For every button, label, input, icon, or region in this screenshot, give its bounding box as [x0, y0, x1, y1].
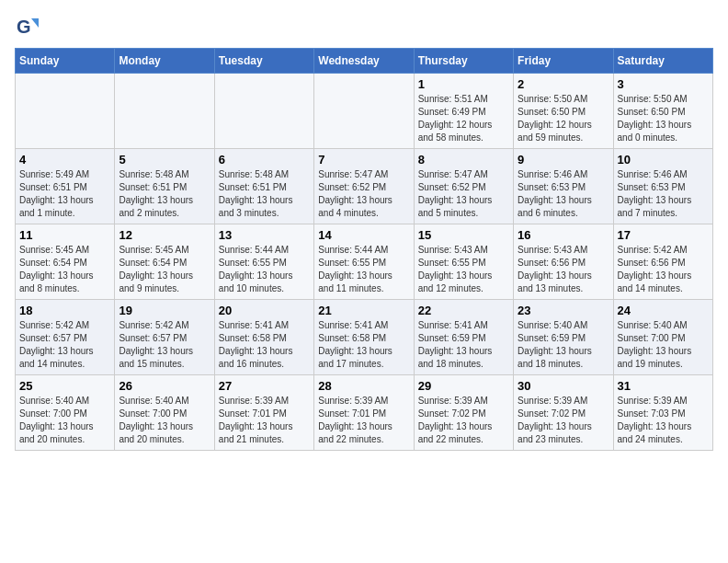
calendar-cell: 3Sunrise: 5:50 AM Sunset: 6:50 PM Daylig…	[613, 74, 712, 149]
weekday-header-sunday: Sunday	[16, 49, 115, 74]
day-number: 14	[318, 228, 409, 242]
day-info: Sunrise: 5:44 AM Sunset: 6:55 PM Dayligh…	[318, 244, 409, 295]
day-number: 24	[618, 304, 709, 317]
calendar-cell: 25Sunrise: 5:40 AM Sunset: 7:00 PM Dayli…	[16, 375, 115, 451]
day-info: Sunrise: 5:42 AM Sunset: 6:56 PM Dayligh…	[618, 244, 709, 295]
day-number: 26	[119, 379, 210, 393]
day-info: Sunrise: 5:42 AM Sunset: 6:57 PM Dayligh…	[19, 319, 110, 371]
calendar-week-row: 4Sunrise: 5:49 AM Sunset: 6:51 PM Daylig…	[16, 149, 713, 224]
day-info: Sunrise: 5:40 AM Sunset: 6:59 PM Dayligh…	[518, 319, 609, 371]
calendar-cell: 22Sunrise: 5:41 AM Sunset: 6:59 PM Dayli…	[414, 300, 513, 375]
day-info: Sunrise: 5:41 AM Sunset: 6:58 PM Dayligh…	[318, 319, 409, 371]
calendar-cell: 27Sunrise: 5:39 AM Sunset: 7:01 PM Dayli…	[214, 375, 313, 451]
calendar-cell: 20Sunrise: 5:41 AM Sunset: 6:58 PM Dayli…	[214, 300, 313, 375]
logo-icon: G	[15, 15, 40, 40]
calendar-cell	[115, 74, 214, 149]
calendar-cell: 14Sunrise: 5:44 AM Sunset: 6:55 PM Dayli…	[314, 224, 414, 300]
calendar-cell: 31Sunrise: 5:39 AM Sunset: 7:03 PM Dayli…	[613, 375, 712, 451]
day-info: Sunrise: 5:41 AM Sunset: 6:59 PM Dayligh…	[418, 319, 509, 371]
weekday-header-tuesday: Tuesday	[214, 49, 313, 74]
day-number: 31	[618, 379, 709, 393]
day-info: Sunrise: 5:51 AM Sunset: 6:49 PM Dayligh…	[418, 93, 509, 144]
day-info: Sunrise: 5:45 AM Sunset: 6:54 PM Dayligh…	[119, 244, 210, 295]
weekday-header-row: SundayMondayTuesdayWednesdayThursdayFrid…	[16, 49, 713, 74]
day-info: Sunrise: 5:39 AM Sunset: 7:02 PM Dayligh…	[418, 395, 509, 446]
day-info: Sunrise: 5:46 AM Sunset: 6:53 PM Dayligh…	[618, 168, 709, 220]
day-number: 12	[119, 228, 210, 242]
calendar-cell	[314, 74, 414, 149]
day-number: 4	[19, 153, 110, 167]
day-number: 9	[518, 153, 609, 167]
calendar-cell: 28Sunrise: 5:39 AM Sunset: 7:01 PM Dayli…	[314, 375, 414, 451]
calendar-cell: 23Sunrise: 5:40 AM Sunset: 6:59 PM Dayli…	[514, 300, 613, 375]
day-number: 11	[19, 228, 110, 242]
day-info: Sunrise: 5:49 AM Sunset: 6:51 PM Dayligh…	[19, 168, 110, 220]
calendar-cell: 21Sunrise: 5:41 AM Sunset: 6:58 PM Dayli…	[314, 300, 414, 375]
calendar-cell: 13Sunrise: 5:44 AM Sunset: 6:55 PM Dayli…	[214, 224, 313, 300]
weekday-header-saturday: Saturday	[613, 49, 712, 74]
day-info: Sunrise: 5:39 AM Sunset: 7:03 PM Dayligh…	[618, 395, 709, 446]
calendar-cell: 12Sunrise: 5:45 AM Sunset: 6:54 PM Dayli…	[115, 224, 214, 300]
calendar-cell: 6Sunrise: 5:48 AM Sunset: 6:51 PM Daylig…	[214, 149, 313, 224]
day-info: Sunrise: 5:50 AM Sunset: 6:50 PM Dayligh…	[618, 93, 709, 144]
day-number: 30	[518, 379, 609, 393]
day-info: Sunrise: 5:48 AM Sunset: 6:51 PM Dayligh…	[219, 168, 310, 220]
day-number: 18	[19, 304, 110, 317]
calendar-cell	[16, 74, 115, 149]
day-number: 1	[418, 77, 509, 91]
calendar-cell: 7Sunrise: 5:47 AM Sunset: 6:52 PM Daylig…	[314, 149, 414, 224]
calendar-cell: 10Sunrise: 5:46 AM Sunset: 6:53 PM Dayli…	[613, 149, 712, 224]
day-number: 17	[618, 228, 709, 242]
calendar-header: SundayMondayTuesdayWednesdayThursdayFrid…	[16, 49, 713, 74]
day-number: 15	[418, 228, 509, 242]
calendar-week-row: 11Sunrise: 5:45 AM Sunset: 6:54 PM Dayli…	[16, 224, 713, 300]
day-info: Sunrise: 5:45 AM Sunset: 6:54 PM Dayligh…	[19, 244, 110, 295]
day-info: Sunrise: 5:40 AM Sunset: 7:00 PM Dayligh…	[19, 395, 110, 446]
day-info: Sunrise: 5:39 AM Sunset: 7:01 PM Dayligh…	[219, 395, 310, 446]
day-info: Sunrise: 5:39 AM Sunset: 7:01 PM Dayligh…	[318, 395, 409, 446]
calendar-cell: 18Sunrise: 5:42 AM Sunset: 6:57 PM Dayli…	[16, 300, 115, 375]
page-header: G	[15, 15, 713, 40]
weekday-header-monday: Monday	[115, 49, 214, 74]
calendar-cell: 5Sunrise: 5:48 AM Sunset: 6:51 PM Daylig…	[115, 149, 214, 224]
day-info: Sunrise: 5:47 AM Sunset: 6:52 PM Dayligh…	[318, 168, 409, 220]
day-info: Sunrise: 5:40 AM Sunset: 7:00 PM Dayligh…	[618, 319, 709, 371]
day-number: 6	[219, 153, 310, 167]
day-number: 25	[19, 379, 110, 393]
day-number: 20	[219, 304, 310, 317]
calendar-week-row: 1Sunrise: 5:51 AM Sunset: 6:49 PM Daylig…	[16, 74, 713, 149]
day-number: 29	[418, 379, 509, 393]
calendar-cell: 17Sunrise: 5:42 AM Sunset: 6:56 PM Dayli…	[613, 224, 712, 300]
svg-text:G: G	[17, 17, 31, 37]
calendar-cell: 9Sunrise: 5:46 AM Sunset: 6:53 PM Daylig…	[514, 149, 613, 224]
day-number: 10	[618, 153, 709, 167]
day-number: 19	[119, 304, 210, 317]
calendar-cell	[214, 74, 313, 149]
calendar-cell: 26Sunrise: 5:40 AM Sunset: 7:00 PM Dayli…	[115, 375, 214, 451]
calendar-table: SundayMondayTuesdayWednesdayThursdayFrid…	[15, 48, 713, 451]
calendar-cell: 15Sunrise: 5:43 AM Sunset: 6:55 PM Dayli…	[414, 224, 513, 300]
day-number: 22	[418, 304, 509, 317]
calendar-cell: 8Sunrise: 5:47 AM Sunset: 6:52 PM Daylig…	[414, 149, 513, 224]
day-info: Sunrise: 5:46 AM Sunset: 6:53 PM Dayligh…	[518, 168, 609, 220]
day-info: Sunrise: 5:39 AM Sunset: 7:02 PM Dayligh…	[518, 395, 609, 446]
day-info: Sunrise: 5:50 AM Sunset: 6:50 PM Dayligh…	[518, 93, 609, 144]
day-number: 2	[518, 77, 609, 91]
calendar-cell: 29Sunrise: 5:39 AM Sunset: 7:02 PM Dayli…	[414, 375, 513, 451]
day-info: Sunrise: 5:43 AM Sunset: 6:55 PM Dayligh…	[418, 244, 509, 295]
calendar-body: 1Sunrise: 5:51 AM Sunset: 6:49 PM Daylig…	[16, 74, 713, 451]
day-info: Sunrise: 5:40 AM Sunset: 7:00 PM Dayligh…	[119, 395, 210, 446]
day-number: 13	[219, 228, 310, 242]
calendar-week-row: 25Sunrise: 5:40 AM Sunset: 7:00 PM Dayli…	[16, 375, 713, 451]
weekday-header-friday: Friday	[514, 49, 613, 74]
day-number: 27	[219, 379, 310, 393]
calendar-week-row: 18Sunrise: 5:42 AM Sunset: 6:57 PM Dayli…	[16, 300, 713, 375]
day-info: Sunrise: 5:43 AM Sunset: 6:56 PM Dayligh…	[518, 244, 609, 295]
day-number: 3	[618, 77, 709, 91]
calendar-cell: 19Sunrise: 5:42 AM Sunset: 6:57 PM Dayli…	[115, 300, 214, 375]
calendar-cell: 1Sunrise: 5:51 AM Sunset: 6:49 PM Daylig…	[414, 74, 513, 149]
day-number: 23	[518, 304, 609, 317]
day-info: Sunrise: 5:48 AM Sunset: 6:51 PM Dayligh…	[119, 168, 210, 220]
logo: G	[15, 15, 44, 40]
weekday-header-wednesday: Wednesday	[314, 49, 414, 74]
